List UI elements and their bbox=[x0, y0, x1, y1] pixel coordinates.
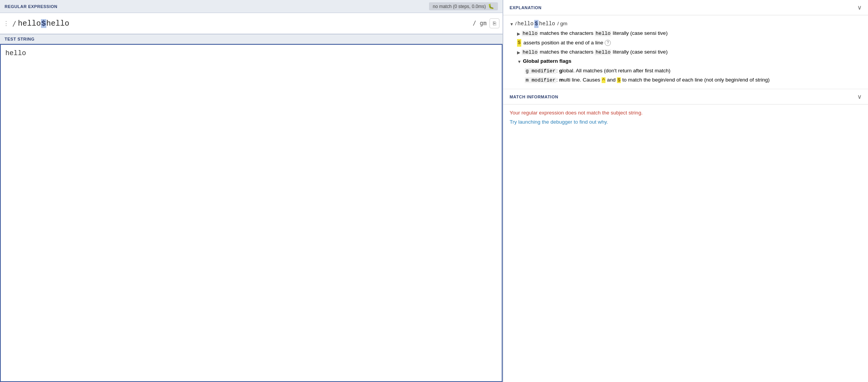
dollar-desc-text: asserts position at the end of a line bbox=[524, 39, 604, 47]
hello2-row: hello matches the characters hello liter… bbox=[517, 47, 862, 57]
caret-sym: ^ bbox=[602, 77, 605, 83]
regex-open-slash: / bbox=[11, 20, 17, 28]
hello2-toggle[interactable] bbox=[517, 49, 520, 56]
regex-before-dollar: hello bbox=[18, 19, 41, 28]
flags-label: Global pattern flags bbox=[523, 57, 571, 65]
g-modifier-code: g modifier bbox=[525, 68, 556, 74]
match-info-header: MATCH INFORMATION ∨ bbox=[503, 89, 868, 104]
test-string-title: TEST STRING bbox=[5, 37, 34, 41]
g-bold: g bbox=[559, 68, 562, 73]
expr-suffix: / gm bbox=[556, 20, 568, 28]
m-text: ulti line. Causes bbox=[564, 77, 602, 83]
match-info-collapse-icon[interactable]: ∨ bbox=[857, 93, 862, 100]
hello1-text2: literally (case sensi tive) bbox=[613, 30, 667, 36]
explanation-content: / hello$hello / gm hello matches the cha… bbox=[503, 15, 868, 89]
copy-button[interactable]: ⎘ bbox=[489, 18, 499, 28]
m-bold: m bbox=[559, 77, 564, 83]
hello2-literal-code: hello bbox=[595, 49, 611, 55]
g-modifier-desc: g modifier: global. All matches (don't r… bbox=[525, 67, 670, 75]
flags-row: Global pattern flags bbox=[517, 57, 862, 66]
dollar-sym2: $ bbox=[617, 77, 621, 83]
hello1-desc: hello matches the characters hello liter… bbox=[522, 29, 667, 38]
left-panel: REGULAR EXPRESSION no match (0 steps, 0.… bbox=[0, 0, 503, 382]
debugger-link[interactable]: Try launching the debugger to find out w… bbox=[509, 119, 608, 125]
hello1-literal-code: hello bbox=[595, 31, 611, 36]
m-colon: : bbox=[556, 77, 559, 83]
g-modifier-row: g modifier: global. All matches (don't r… bbox=[525, 66, 862, 76]
test-string-header: TEST STRING bbox=[0, 34, 503, 44]
regex-input-row: ⋮ / hello$hello / gm ⎘ bbox=[0, 13, 503, 34]
hello1-code: hello bbox=[522, 31, 538, 36]
g-colon: : bbox=[556, 68, 559, 73]
expr-dollar: $ bbox=[534, 20, 538, 28]
expr-hello1: hello bbox=[517, 20, 534, 28]
regex-dollar: $ bbox=[41, 19, 46, 28]
expr-root-toggle[interactable] bbox=[509, 21, 514, 28]
expr-prefix: / bbox=[515, 20, 517, 28]
hello1-row: hello matches the characters hello liter… bbox=[517, 29, 862, 38]
hello2-text: matches the characters bbox=[540, 49, 595, 55]
flags-toggle[interactable] bbox=[517, 59, 521, 65]
m-text2: to match the begin/end of each line (not… bbox=[621, 77, 770, 83]
expr-hello2: hello bbox=[539, 20, 555, 28]
expr-root-row: / hello$hello / gm bbox=[509, 19, 862, 29]
regex-display[interactable]: hello$hello bbox=[17, 18, 471, 29]
dollar-row: $ asserts position at the end of a line … bbox=[517, 38, 862, 47]
hello1-text: matches the characters bbox=[540, 30, 595, 36]
no-match-text: Your regular expression does not match t… bbox=[509, 110, 862, 116]
regex-flags-display: / gm bbox=[473, 20, 486, 27]
hello2-text2: literally (case sensi tive) bbox=[613, 49, 667, 55]
test-string-input[interactable]: hello bbox=[0, 44, 503, 382]
regex-section-title: REGULAR EXPRESSION bbox=[5, 4, 57, 9]
bug-icon[interactable]: 🐛 bbox=[488, 3, 494, 9]
regex-section-header: REGULAR EXPRESSION no match (0 steps, 0.… bbox=[0, 0, 503, 13]
hello2-code: hello bbox=[522, 49, 538, 55]
regex-after-dollar: hello bbox=[46, 19, 69, 28]
dollar-help-icon[interactable]: ? bbox=[605, 40, 611, 46]
m-modifier-desc: m modifier: multi line. Causes ^ and $ t… bbox=[525, 76, 770, 84]
hello1-toggle[interactable] bbox=[517, 31, 520, 37]
expr-display: / hello$hello / gm bbox=[515, 20, 567, 28]
explanation-header: EXPLANATION ∨ bbox=[503, 0, 868, 15]
dollar-symbol: $ bbox=[517, 39, 521, 47]
right-panel: EXPLANATION ∨ / hello$hello / gm hello m… bbox=[503, 0, 868, 382]
m-modifier-row: m modifier: multi line. Causes ^ and $ t… bbox=[525, 75, 862, 85]
status-badge: no match (0 steps, 0.0ms) 🐛 bbox=[429, 2, 498, 10]
m-modifier-code: m modifier bbox=[525, 77, 556, 83]
match-info-title: MATCH INFORMATION bbox=[509, 95, 558, 99]
match-info-content: Your regular expression does not match t… bbox=[503, 104, 868, 130]
status-text: no match (0 steps, 0.0ms) bbox=[433, 4, 486, 9]
g-text: lobal. All matches (don't return after f… bbox=[562, 68, 670, 73]
drag-handle-icon[interactable]: ⋮ bbox=[3, 20, 9, 27]
m-and: and bbox=[605, 77, 617, 83]
hello2-desc: hello matches the characters hello liter… bbox=[522, 48, 667, 56]
test-string-section: TEST STRING hello bbox=[0, 34, 503, 382]
explanation-collapse-icon[interactable]: ∨ bbox=[857, 4, 862, 11]
explanation-title: EXPLANATION bbox=[509, 5, 542, 10]
